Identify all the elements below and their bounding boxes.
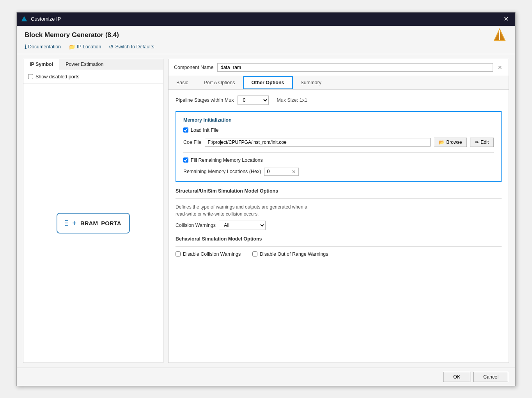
component-name-input[interactable] <box>217 63 493 72</box>
bram-line-3 <box>65 225 68 226</box>
component-name-label: Component Name <box>174 65 213 70</box>
collision-warnings-select[interactable]: All None Generate X WARNING <box>219 221 266 230</box>
behavioral-title: Behavioral Simulation Model Options <box>176 236 502 242</box>
documentation-button[interactable]: ℹ Documentation <box>25 44 61 50</box>
documentation-label: Documentation <box>28 44 61 50</box>
disable-out-of-range-label: Disable Out of Range Warnings <box>260 251 328 257</box>
bram-lines <box>65 220 68 226</box>
title-bar-title: Customize IP <box>31 16 61 22</box>
toolbar: ℹ Documentation 📁 IP Location ↺ Switch t… <box>25 44 507 50</box>
tab-port-a-options[interactable]: Port A Options <box>196 76 243 89</box>
component-name-clear-button[interactable]: ✕ <box>497 64 503 71</box>
show-disabled-ports-checkbox[interactable] <box>28 74 33 79</box>
collision-warnings-label: Collision Warnings <box>176 223 216 228</box>
switch-defaults-label: Switch to Defaults <box>115 44 154 50</box>
coe-file-input[interactable] <box>205 138 431 147</box>
structural-section: Structural/UniSim Simulation Model Optio… <box>176 188 502 230</box>
window-header: Block Memory Generator (8.4) ℹ Documenta… <box>17 26 515 54</box>
browse-button[interactable]: 📂 Browse <box>434 138 467 147</box>
pipeline-label: Pipeline Stages within Mux <box>176 97 234 103</box>
tab-other-options-wrapper: Other Options <box>243 76 293 89</box>
edit-icon: ✏ <box>475 140 479 145</box>
xilinx-logo-icon <box>492 27 507 43</box>
disable-out-of-range-checkbox[interactable] <box>252 251 257 256</box>
left-panel-options: Show disabled ports <box>23 70 163 84</box>
remaining-input-wrap: ✕ <box>264 168 299 176</box>
ok-button[interactable]: OK <box>443 372 470 382</box>
bram-label: BRAM_PORTA <box>80 220 121 226</box>
cancel-button[interactable]: Cancel <box>473 372 508 382</box>
tab-basic[interactable]: Basic <box>168 76 196 89</box>
collision-row: Collision Warnings All None Generate X W… <box>176 221 502 230</box>
remaining-row: Remaining Memory Locations (Hex) ✕ <box>183 168 494 176</box>
pipeline-select[interactable]: 0 <box>238 96 269 105</box>
fill-remaining-checkbox[interactable] <box>183 157 188 163</box>
disable-collision-row: Disable Collision Warnings <box>176 251 241 257</box>
switch-defaults-button[interactable]: ↺ Switch to Defaults <box>109 44 154 50</box>
mux-size-label: Mux Size: 1x1 <box>277 97 307 103</box>
structural-title: Structural/UniSim Simulation Model Optio… <box>176 188 502 194</box>
pipeline-row: Pipeline Stages within Mux 0 Mux Size: 1… <box>176 96 502 105</box>
content-area: IP Symbol Power Estimation Show disabled… <box>17 54 515 368</box>
tabs-row: Basic Port A Options Other Options Summa… <box>168 76 509 90</box>
tab-summary[interactable]: Summary <box>293 76 329 89</box>
tab-power-estimation[interactable]: Power Estimation <box>59 59 110 70</box>
refresh-icon: ↺ <box>109 44 113 50</box>
load-init-file-label: Load Init File <box>191 127 219 133</box>
bram-symbol: + BRAM_PORTA <box>57 213 129 233</box>
bram-plus-icon: + <box>72 219 76 227</box>
show-disabled-ports-label: Show disabled ports <box>35 74 80 80</box>
ip-location-label: IP Location <box>77 44 101 50</box>
customize-ip-window: Customize IP ✕ Block Memory Generator (8… <box>16 12 516 386</box>
memory-init-title: Memory Initialization <box>183 117 494 123</box>
edit-label: Edit <box>481 140 489 145</box>
divider-3 <box>176 246 502 247</box>
window-body: Block Memory Generator (8.4) ℹ Documenta… <box>17 26 515 386</box>
main-title: Block Memory Generator (8.4) <box>25 31 507 39</box>
info-icon: ℹ <box>25 44 27 50</box>
fill-remaining-row: Fill Remaining Memory Locations <box>183 157 494 163</box>
disable-collision-checkbox[interactable] <box>176 251 181 256</box>
load-init-file-checkbox[interactable] <box>183 127 188 133</box>
folder-icon: 📁 <box>69 44 75 50</box>
close-button[interactable]: ✕ <box>500 14 511 25</box>
memory-initialization-section: Memory Initialization Load Init File Coe… <box>176 111 502 182</box>
left-panel: IP Symbol Power Estimation Show disabled… <box>23 59 163 363</box>
title-bar: Customize IP ✕ <box>17 12 515 26</box>
left-panel-content: + BRAM_PORTA <box>23 84 163 363</box>
tab-ip-symbol[interactable]: IP Symbol <box>23 59 59 70</box>
coe-file-label: Coe File <box>183 140 202 145</box>
disable-out-of-range-row: Disable Out of Range Warnings <box>252 251 328 257</box>
browse-icon: 📂 <box>439 140 445 145</box>
disable-collision-label: Disable Collision Warnings <box>183 251 241 257</box>
edit-button[interactable]: ✏ Edit <box>470 138 494 147</box>
fill-remaining-label: Fill Remaining Memory Locations <box>191 157 263 163</box>
divider-2 <box>176 198 502 199</box>
component-name-row: Component Name ✕ <box>168 59 509 76</box>
bram-line-2 <box>65 223 68 223</box>
bram-line-1 <box>65 220 68 221</box>
app-logo-icon <box>21 16 28 23</box>
behavioral-checkboxes: Disable Collision Warnings Disable Out o… <box>176 251 502 257</box>
remaining-clear-button[interactable]: ✕ <box>292 169 296 175</box>
remaining-label: Remaining Memory Locations (Hex) <box>183 169 261 174</box>
left-panel-tabs: IP Symbol Power Estimation <box>23 59 163 70</box>
coe-file-row: Coe File 📂 Browse ✏ Edit <box>183 138 494 147</box>
tab-other-options[interactable]: Other Options <box>244 77 292 88</box>
load-init-file-row: Load Init File <box>183 127 494 133</box>
divider-1 <box>183 152 494 153</box>
browse-label: Browse <box>446 140 462 145</box>
ip-location-button[interactable]: 📁 IP Location <box>69 44 101 50</box>
behavioral-section: Behavioral Simulation Model Options Disa… <box>176 236 502 257</box>
title-bar-left: Customize IP <box>21 16 61 23</box>
right-panel: Component Name ✕ Basic Port A Options Ot… <box>168 59 509 363</box>
window-footer: OK Cancel <box>17 368 515 386</box>
remaining-input[interactable] <box>267 169 290 174</box>
structural-description: Defines the type of warnings and outputs… <box>176 203 502 218</box>
tab-content-other-options: Pipeline Stages within Mux 0 Mux Size: 1… <box>168 90 509 363</box>
